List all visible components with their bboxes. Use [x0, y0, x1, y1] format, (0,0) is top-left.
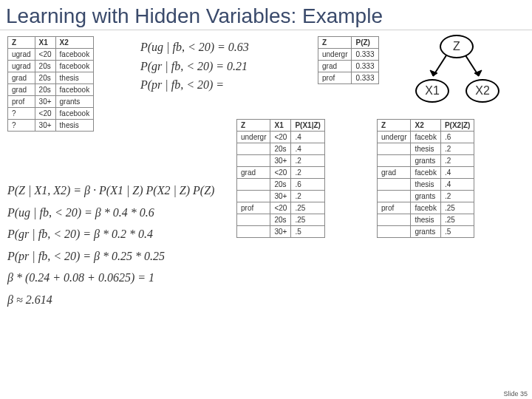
posterior-formulas: P(ug | fb, < 20) = 0.63 P(gr | fb, < 20)…: [140, 38, 249, 95]
node-x1: X1: [415, 79, 449, 103]
formula-line: P(pr | fb, < 20) = β * 0.25 * 0.25: [7, 245, 214, 267]
formula-line: P(Z | X1, X2) = β · P(X1 | Z) P(X2 | Z) …: [7, 180, 214, 202]
edge-z-x1: [427, 54, 449, 82]
formula-line: P(gr | fb, < 20) = β * 0.2 * 0.4: [7, 223, 214, 245]
pz-table: Z P(Z) undergr0.333 grad0.333 prof0.333: [318, 36, 379, 84]
formula-line: P(gr | fb, < 20) = 0.21: [140, 57, 249, 76]
formula-line: P(ug | fb, < 20) = β * 0.4 * 0.6: [7, 202, 214, 224]
col-z: Z: [8, 37, 35, 49]
formula-line: P(pr | fb, < 20) =: [140, 75, 249, 95]
col-z: Z: [318, 37, 352, 49]
formula-line: β * (0.24 + 0.08 + 0.0625) = 1: [7, 267, 214, 289]
col-x1: X1: [35, 37, 55, 49]
slide-title: Learning with Hidden Variables: Example: [0, 0, 532, 30]
edge-z-x2: [463, 54, 485, 82]
derivation-formulas: P(Z | X1, X2) = β · P(X1 | Z) P(X2 | Z) …: [7, 180, 214, 311]
content-area: Z X1 X2 ugrad<20facebook ugrad20sfaceboo…: [0, 30, 532, 36]
formula-line: β ≈ 2.614: [7, 289, 214, 311]
px1z-table: Z X1 P(X1|Z) undergr<20.4 20s.4 30+.2 gr…: [236, 119, 325, 238]
slide-number: Slide 35: [503, 390, 528, 398]
col-pz: P(Z): [352, 37, 378, 49]
formula-line: P(ug | fb, < 20) = 0.63: [140, 38, 249, 57]
col-x2: X2: [55, 37, 94, 49]
training-data-table: Z X1 X2 ugrad<20facebook ugrad20sfaceboo…: [7, 36, 94, 132]
px2z-table: Z X2 P(X2|Z) undergrfacebk.6 thesis.2 gr…: [377, 119, 474, 238]
node-x2: X2: [466, 79, 499, 103]
